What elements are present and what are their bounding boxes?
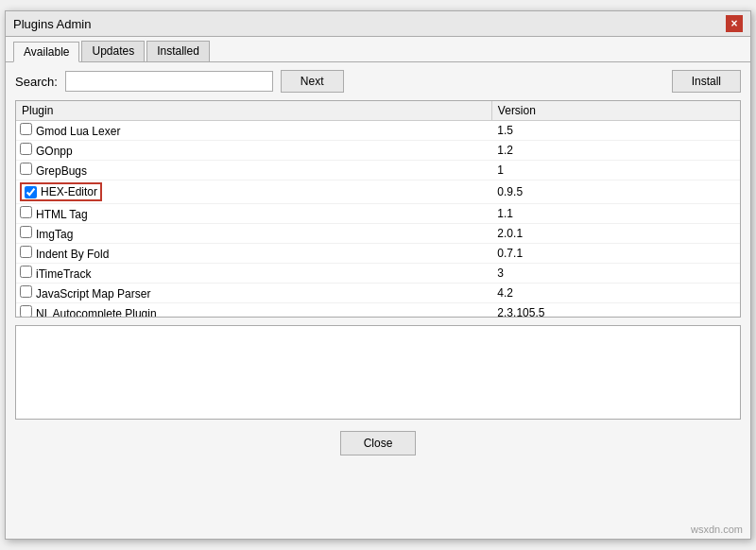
tab-bar: Available Updates Installed: [6, 37, 750, 62]
close-dialog-button[interactable]: Close: [340, 431, 417, 455]
search-input[interactable]: [65, 71, 273, 92]
table-row: JavaScript Map Parser4.2: [16, 284, 740, 303]
table-row: Indent By Fold0.7.1: [16, 244, 740, 264]
bottom-bar: Close: [6, 420, 750, 467]
close-x-button[interactable]: ×: [726, 15, 743, 32]
table-row: Gmod Lua Lexer1.5: [16, 121, 740, 141]
dialog-title: Plugins Admin: [13, 17, 91, 31]
search-label: Search:: [15, 75, 58, 89]
watermark: wsxdn.com: [691, 524, 743, 535]
tab-available[interactable]: Available: [13, 42, 79, 62]
title-bar: Plugins Admin ×: [6, 11, 750, 37]
plugin-table: Plugin Version Gmod Lua Lexer1.5GOnpp1.2…: [16, 101, 740, 318]
plugin-checkbox[interactable]: [20, 123, 32, 135]
next-button[interactable]: Next: [281, 70, 344, 93]
plugin-checkbox[interactable]: [20, 246, 32, 258]
col-header-plugin: Plugin: [16, 101, 491, 121]
plugins-admin-dialog: Plugins Admin × Available Updates Instal…: [5, 10, 751, 540]
table-row: GrepBugs1: [16, 161, 740, 180]
tab-installed[interactable]: Installed: [146, 41, 210, 61]
tab-updates[interactable]: Updates: [81, 41, 145, 61]
plugin-table-container[interactable]: Plugin Version Gmod Lua Lexer1.5GOnpp1.2…: [15, 100, 741, 318]
plugin-checkbox[interactable]: [20, 285, 32, 298]
col-header-version: Version: [491, 101, 740, 121]
table-row: ImgTag2.0.1: [16, 224, 740, 244]
install-button[interactable]: Install: [672, 70, 741, 93]
table-row: HTML Tag1.1: [16, 204, 740, 224]
plugin-checkbox[interactable]: [20, 206, 32, 218]
plugin-checkbox[interactable]: [20, 163, 32, 175]
plugin-checkbox[interactable]: [25, 186, 37, 198]
content-area: Plugin Version Gmod Lua Lexer1.5GOnpp1.2…: [6, 100, 750, 420]
table-row: iTimeTrack3: [16, 264, 740, 284]
table-row: GOnpp1.2: [16, 141, 740, 161]
plugin-checkbox[interactable]: [20, 266, 32, 278]
plugin-checkbox[interactable]: [20, 305, 32, 318]
plugin-checkbox[interactable]: [20, 226, 32, 238]
plugin-checkbox[interactable]: [20, 143, 32, 155]
description-area[interactable]: [15, 325, 741, 420]
table-row: NL Autocomplete Plugin2.3.105.5: [16, 303, 740, 318]
table-row: HEX-Editor0.9.5: [16, 180, 740, 204]
search-bar: Search: Next Install: [6, 62, 750, 100]
